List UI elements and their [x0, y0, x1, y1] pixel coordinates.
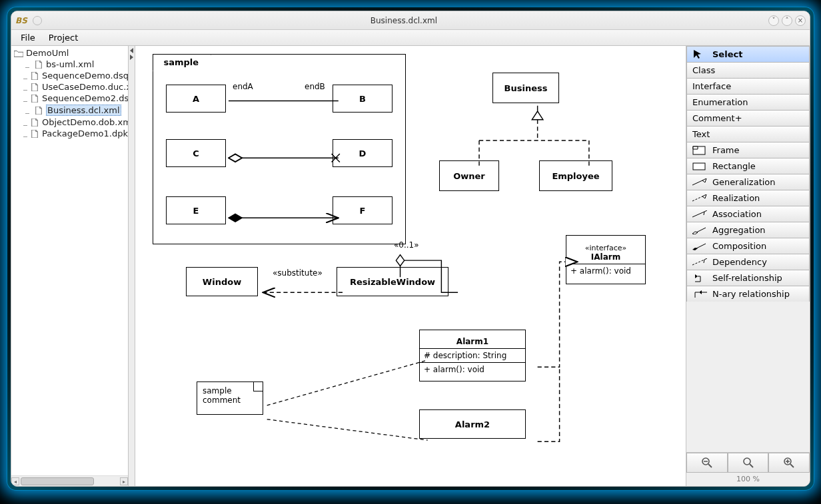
splitter-handle[interactable]: [129, 46, 135, 486]
tree-branch-icon: ⎯: [23, 61, 31, 68]
tree-horizontal-scrollbar[interactable]: ◂ ▸: [11, 475, 128, 486]
tool-aggregation[interactable]: Aggregation: [686, 222, 810, 238]
uml-class-Alarm1[interactable]: Alarm1 # description: String + alarm(): …: [419, 330, 526, 381]
tree-item[interactable]: ⎯bs-uml.xml: [22, 59, 128, 70]
tool-realization[interactable]: Realization: [686, 190, 810, 206]
minimize-button[interactable]: ˅: [768, 15, 779, 26]
scroll-right-icon[interactable]: ▸: [120, 477, 128, 485]
uml-class-E[interactable]: E: [166, 196, 226, 224]
zoom-reset-button[interactable]: [728, 453, 769, 473]
tool-association[interactable]: Association: [686, 206, 810, 222]
splitter-collapse-right-icon: [130, 55, 133, 60]
zoom-level: 100 %: [686, 473, 810, 486]
tool-select[interactable]: Select: [686, 46, 810, 62]
tree-branch-icon: ⎯: [23, 72, 27, 79]
zoom-out-button[interactable]: [686, 453, 728, 473]
project-tree-pane: DemoUml ⎯bs-uml.xml⎯SequenceDemo.dsq.⎯Us…: [11, 46, 129, 486]
uml-interface-IAlarm[interactable]: «interface» IAlarm + alarm(): void: [566, 235, 646, 284]
tool-class[interactable]: Class: [686, 62, 810, 78]
tree-branch-icon: ⎯: [23, 107, 31, 114]
uml-frame-label: sample: [153, 54, 212, 71]
tool-text[interactable]: Text: [686, 126, 810, 142]
tool-nary-relationship[interactable]: N-ary relationship: [686, 286, 810, 302]
uml-class-C[interactable]: C: [166, 139, 226, 167]
composition-icon: [692, 242, 707, 250]
tree-item[interactable]: ⎯UseCaseDemo.duc.x: [22, 81, 128, 93]
scroll-thumb[interactable]: [21, 477, 94, 485]
svg-line-17: [750, 464, 753, 467]
maximize-button[interactable]: ˄: [782, 15, 792, 26]
association-icon: [692, 210, 707, 218]
file-icon: [30, 95, 39, 103]
tool-enumeration[interactable]: Enumeration: [686, 94, 810, 110]
file-icon: [34, 61, 43, 69]
realization-icon: [692, 194, 707, 202]
uml-class-Business[interactable]: Business: [492, 73, 559, 103]
close-button[interactable]: ×: [795, 15, 806, 26]
tree-branch-icon: ⎯: [23, 95, 27, 102]
svg-line-19: [790, 464, 794, 467]
self-relationship-icon: [692, 274, 707, 283]
tree-item-label: SequenceDemo.dsq.: [42, 71, 128, 81]
svg-line-6: [692, 180, 702, 185]
tool-self-relationship[interactable]: Self-relationship: [686, 270, 810, 286]
assoc-end-label-endA: endA: [233, 82, 253, 91]
file-icon: [30, 72, 39, 80]
tree-item[interactable]: ⎯PackageDemo1.dpk.: [22, 128, 128, 139]
nary-relationship-icon: [692, 290, 707, 299]
tool-palette: Select Class Interface Enumeration Comme…: [686, 46, 810, 486]
tool-frame[interactable]: Frame: [686, 142, 810, 158]
titlebar-progress-icon: [33, 16, 42, 25]
tool-rectangle[interactable]: Rectangle: [686, 158, 810, 174]
svg-line-11: [692, 260, 704, 265]
file-icon: [30, 119, 39, 126]
tree-item-label: SequenceDemo2.dsq: [42, 93, 128, 103]
tool-interface[interactable]: Interface: [686, 78, 810, 94]
svg-point-16: [744, 458, 750, 465]
uml-class-F[interactable]: F: [333, 196, 393, 224]
uml-class-A[interactable]: A: [166, 85, 226, 113]
app-window: BS Business.dcl.xml ˅ ˄ × File Project D…: [11, 11, 810, 487]
cursor-icon: [692, 49, 707, 60]
tool-composition[interactable]: Composition: [686, 238, 810, 254]
dependency-icon: [692, 258, 707, 266]
tree-item-label: UseCaseDemo.duc.x: [42, 82, 128, 92]
svg-line-9: [696, 228, 706, 232]
uml-comment[interactable]: sample comment: [197, 381, 263, 415]
zoom-reset-icon: [742, 457, 754, 469]
menu-file[interactable]: File: [14, 31, 42, 44]
uml-class-Owner[interactable]: Owner: [439, 160, 499, 191]
uml-class-Employee[interactable]: Employee: [539, 160, 612, 191]
tree-item[interactable]: ⎯ObjectDemo.dob.xml: [22, 117, 128, 128]
aggregation-icon: [692, 226, 707, 234]
tree-item-label: bs-uml.xml: [46, 59, 94, 69]
tool-comment[interactable]: Comment+: [686, 110, 810, 126]
tree-branch-icon: ⎯: [23, 83, 27, 91]
titlebar: BS Business.dcl.xml ˅ ˄ ×: [11, 11, 810, 30]
app-badge: BS: [15, 16, 31, 25]
self-multiplicity: «0..1»: [394, 240, 419, 250]
tree-root[interactable]: DemoUml: [13, 47, 128, 59]
uml-class-ResizableWindow[interactable]: ResizableWindow: [337, 267, 448, 296]
scroll-left-icon[interactable]: ◂: [11, 477, 19, 485]
uml-class-Alarm2[interactable]: Alarm2: [419, 409, 526, 439]
tree-item[interactable]: ⎯SequenceDemo.dsq.: [22, 70, 128, 81]
uml-class-D[interactable]: D: [333, 139, 393, 167]
tree-item-label: ObjectDemo.dob.xml: [42, 117, 128, 127]
menu-project[interactable]: Project: [42, 31, 85, 44]
tool-generalization[interactable]: Generalization: [686, 174, 810, 190]
diagram-canvas[interactable]: sample A B endA endB C D E F Business Ow…: [135, 46, 686, 486]
uml-class-Window[interactable]: Window: [186, 267, 258, 296]
window-title: Business.dcl.xml: [42, 16, 766, 25]
tool-dependency[interactable]: Dependency: [686, 254, 810, 270]
zoom-in-icon: [783, 457, 795, 469]
zoom-in-button[interactable]: [768, 453, 810, 473]
menubar: File Project: [11, 30, 810, 46]
project-tree[interactable]: DemoUml ⎯bs-uml.xml⎯SequenceDemo.dsq.⎯Us…: [11, 46, 128, 475]
tree-item-label: Business.dcl.xml: [46, 105, 121, 116]
tree-item[interactable]: ⎯Business.dcl.xml: [22, 104, 128, 117]
dep-label-substitute: «substitute»: [273, 268, 323, 278]
folder-icon: [14, 49, 23, 57]
uml-class-B[interactable]: B: [333, 85, 393, 113]
tree-item[interactable]: ⎯SequenceDemo2.dsq: [22, 93, 128, 104]
